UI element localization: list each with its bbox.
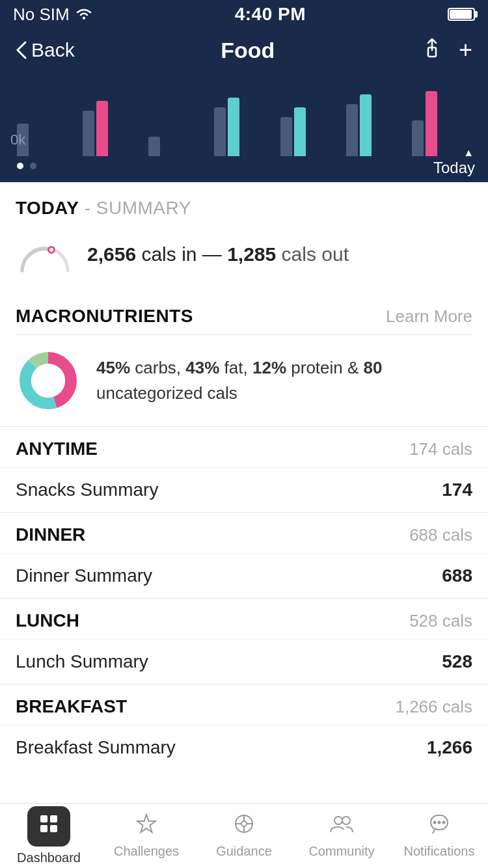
chart-bars <box>10 78 478 156</box>
chart-bar-group-6 <box>346 94 405 156</box>
status-left: No SIM <box>13 5 93 25</box>
bar <box>280 117 292 156</box>
fat-pct: 43% <box>185 358 219 377</box>
svg-point-7 <box>31 364 65 398</box>
meal-header-lunch: LUNCH 528 cals <box>0 598 488 639</box>
meal-item-name: Dinner Summary <box>16 565 152 586</box>
bar <box>426 91 437 156</box>
uncategorized-cals: 80 <box>364 358 383 377</box>
status-bar: No SIM 4:40 PM <box>0 0 488 29</box>
bar <box>214 107 226 156</box>
meal-header-dinner: DINNER 688 cals <box>0 512 488 553</box>
calorie-summary: 2,656 cals in — 1,285 cals out <box>0 225 488 293</box>
community-label: Community <box>308 844 374 859</box>
status-right <box>448 8 475 21</box>
chart-bar-group-2 <box>83 101 142 156</box>
meal-item-name: Breakfast Summary <box>16 737 176 758</box>
notifications-label: Notifications <box>404 844 475 859</box>
nav-community[interactable]: Community <box>293 804 390 868</box>
macro-content: 45% carbs, 43% fat, 12% protein & 80 unc… <box>0 335 488 426</box>
macro-header: MACRONUTRIENTS Learn More <box>0 293 488 334</box>
calorie-text: 2,656 cals in — 1,285 cals out <box>87 241 349 268</box>
meal-item-value: 528 <box>442 651 472 672</box>
svg-rect-9 <box>50 815 57 822</box>
nav-notifications[interactable]: Notifications <box>390 804 488 868</box>
meal-item-value: 1,266 <box>427 737 472 758</box>
challenges-label: Challenges <box>114 844 179 859</box>
cals-in-label: cals <box>141 243 176 265</box>
bar <box>148 137 160 156</box>
chart-zero-label: 0k <box>10 131 25 148</box>
svg-point-14 <box>241 821 247 826</box>
share-icon[interactable] <box>421 37 443 64</box>
pagination-dot-2[interactable] <box>30 163 36 169</box>
bar <box>83 111 94 156</box>
meal-header-anytime: ANYTIME 174 cals <box>0 426 488 467</box>
add-icon[interactable]: + <box>459 36 472 64</box>
meal-row[interactable]: Snacks Summary 174 <box>0 467 488 512</box>
svg-point-3 <box>49 248 53 252</box>
meal-item-value: 688 <box>442 565 472 586</box>
meal-title-breakfast: BREAKFAST <box>16 696 127 717</box>
battery-icon <box>448 8 475 21</box>
chart-bar-group-4 <box>214 98 273 156</box>
protein-pct: 12% <box>252 358 286 377</box>
meals-container: ANYTIME 174 cals Snacks Summary 174 DINN… <box>0 426 488 770</box>
macro-breakdown: 45% carbs, 43% fat, 12% protein & 80 unc… <box>96 355 383 406</box>
bar <box>294 107 306 156</box>
today-label: TODAY <box>16 198 79 218</box>
page-title: Food <box>221 38 275 63</box>
nav-bar: Back Food + <box>0 29 488 72</box>
community-icon <box>329 813 354 840</box>
status-time: 4:40 PM <box>235 4 306 25</box>
svg-rect-8 <box>40 815 47 822</box>
svg-point-22 <box>434 822 436 824</box>
meal-title-anytime: ANYTIME <box>16 439 98 459</box>
cals-out-value: 1,285 <box>227 243 276 265</box>
bar <box>346 104 358 156</box>
learn-more-button[interactable]: Learn More <box>386 306 472 327</box>
macro-donut <box>16 348 81 413</box>
nav-challenges[interactable]: Challenges <box>98 804 195 868</box>
meal-item-value: 174 <box>442 480 472 500</box>
nav-actions: + <box>421 36 472 64</box>
chart-bar-group-3 <box>148 137 208 156</box>
svg-rect-10 <box>40 825 47 832</box>
meal-row[interactable]: Dinner Summary 688 <box>0 553 488 598</box>
svg-point-24 <box>443 822 445 824</box>
guidance-icon <box>233 813 255 840</box>
meal-title-dinner: DINNER <box>16 524 85 545</box>
bar <box>360 94 372 156</box>
svg-point-20 <box>342 817 350 824</box>
bar <box>228 98 239 156</box>
nav-guidance[interactable]: Guidance <box>195 804 293 868</box>
meal-item-name: Snacks Summary <box>16 480 158 500</box>
svg-point-23 <box>439 822 441 824</box>
main-content: TODAY - SUMMARY 2,656 cals in — 1,285 ca… <box>0 182 488 841</box>
nav-dashboard[interactable]: Dashboard <box>0 804 98 868</box>
challenges-icon <box>135 813 157 840</box>
meal-row[interactable]: Breakfast Summary 1,266 <box>0 725 488 770</box>
bottom-nav: Dashboard Challenges Guidance <box>0 803 488 868</box>
bar <box>96 101 108 156</box>
macro-title: MACRONUTRIENTS <box>16 306 193 327</box>
uncategorized-label: uncategorized cals <box>96 383 237 403</box>
chart-pagination <box>17 163 36 169</box>
svg-point-19 <box>334 817 342 824</box>
fat-label: fat, <box>224 358 248 377</box>
cals-in-value: 2,656 <box>87 243 136 265</box>
back-label: Back <box>31 39 75 61</box>
chart-triangle-icon: ▲ <box>433 147 474 159</box>
meal-title-lunch: LUNCH <box>16 610 79 631</box>
bar <box>412 120 424 156</box>
meal-row[interactable]: Lunch Summary 528 <box>0 639 488 684</box>
chart-area: 0k <box>0 72 488 182</box>
chart-today-label: ▲ Today <box>433 147 475 177</box>
back-button[interactable]: Back <box>16 39 75 61</box>
carbs-pct: 45% <box>96 358 130 377</box>
meal-cals-anytime: 174 cals <box>409 439 472 459</box>
meal-cals-lunch: 528 cals <box>409 611 472 631</box>
pagination-dot-1[interactable] <box>17 163 23 169</box>
meal-header-breakfast: BREAKFAST 1,266 cals <box>0 684 488 725</box>
dashboard-label: Dashboard <box>17 850 81 865</box>
